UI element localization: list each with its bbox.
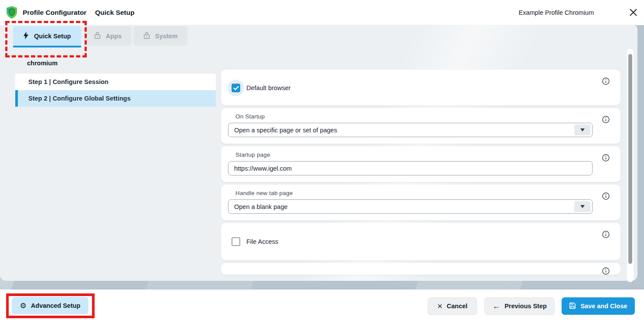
dropdown-caret-icon[interactable] bbox=[574, 201, 590, 212]
step-label: Step 1 | Configure Session bbox=[28, 78, 109, 85]
tab-quick-setup[interactable]: Quick Setup bbox=[13, 26, 81, 47]
step-item-1[interactable]: Step 1 | Configure Session bbox=[15, 74, 216, 90]
save-icon bbox=[569, 302, 576, 310]
step-label: Step 2 | Configure Global Settings bbox=[28, 95, 130, 102]
new-tab-page-label: Handle new tab page bbox=[235, 190, 293, 196]
setting-card-new-tab-page: Handle new tab page Open a blank page bbox=[221, 185, 620, 220]
profile-configurator-window: Profile Configurator Quick Setup Example… bbox=[0, 0, 644, 320]
setting-card-on-startup: On Startup Open a specific page or set o… bbox=[221, 108, 620, 144]
previous-step-label: Previous Step bbox=[504, 303, 547, 310]
lock-icon bbox=[143, 32, 150, 40]
step-item-2[interactable]: Step 2 | Configure Global Settings bbox=[15, 90, 216, 107]
new-tab-page-dropdown[interactable]: Open a blank page bbox=[228, 199, 593, 214]
dropdown-value: Open a specific page or set of pages bbox=[234, 127, 337, 134]
lightning-bolt-icon bbox=[23, 32, 29, 40]
cross-icon: × bbox=[437, 302, 443, 310]
titlebar: Profile Configurator Quick Setup Example… bbox=[0, 0, 644, 25]
tab-apps[interactable]: Apps bbox=[84, 26, 132, 46]
profile-name: Example Profile Chromium bbox=[519, 9, 594, 16]
content-panel: Quick Setup Apps bbox=[0, 25, 637, 281]
on-startup-label: On Startup bbox=[235, 113, 265, 120]
cancel-button[interactable]: × Cancel bbox=[428, 297, 477, 315]
dropdown-value: Open a blank page bbox=[234, 203, 288, 210]
scrollbar-track[interactable] bbox=[627, 49, 634, 282]
info-icon[interactable] bbox=[602, 154, 610, 162]
arrow-left-icon: ← bbox=[492, 302, 500, 310]
info-icon[interactable] bbox=[602, 231, 610, 238]
tab-system[interactable]: System bbox=[133, 26, 188, 46]
tab-bar: Quick Setup Apps bbox=[13, 26, 187, 47]
setting-card-partial bbox=[221, 263, 620, 275]
footer-bar: ⚙ Advanced Setup × Cancel ← Previous Ste… bbox=[0, 290, 644, 320]
info-icon[interactable] bbox=[602, 77, 610, 85]
advanced-setup-label: Advanced Setup bbox=[31, 302, 81, 309]
app-title: Profile Configurator bbox=[23, 9, 86, 17]
tab-label: Quick Setup bbox=[34, 33, 71, 40]
startup-page-input[interactable] bbox=[228, 161, 593, 175]
default-browser-label: Default browser bbox=[246, 84, 291, 91]
setting-card-default-browser: Default browser bbox=[221, 70, 620, 105]
tab-label: System bbox=[155, 33, 178, 40]
gear-icon: ⚙ bbox=[20, 302, 27, 310]
step-list: Step 1 | Configure Session Step 2 | Conf… bbox=[15, 74, 216, 107]
file-access-checkbox[interactable] bbox=[232, 237, 240, 246]
on-startup-dropdown[interactable]: Open a specific page or set of pages bbox=[228, 123, 593, 137]
advanced-setup-button[interactable]: ⚙ Advanced Setup bbox=[12, 297, 89, 314]
dropdown-caret-icon[interactable] bbox=[574, 125, 590, 135]
setting-card-startup-page: Startup page bbox=[221, 146, 620, 182]
tab-label: Apps bbox=[106, 33, 122, 40]
save-and-close-button[interactable]: Save and Close bbox=[562, 297, 635, 315]
save-and-close-label: Save and Close bbox=[580, 303, 627, 310]
page-title: Quick Setup bbox=[95, 9, 134, 17]
file-access-label: File Access bbox=[246, 238, 278, 245]
previous-step-button[interactable]: ← Previous Step bbox=[484, 297, 555, 315]
info-icon[interactable] bbox=[602, 192, 610, 200]
app-group-label: chromium bbox=[27, 60, 58, 67]
scrollbar-thumb[interactable] bbox=[628, 54, 632, 264]
info-icon[interactable] bbox=[602, 267, 610, 275]
lock-icon bbox=[94, 32, 101, 40]
cancel-label: Cancel bbox=[447, 303, 468, 310]
default-browser-checkbox[interactable] bbox=[232, 84, 240, 92]
settings-list: Default browser On Startup Open a specif… bbox=[221, 70, 620, 275]
close-icon[interactable] bbox=[626, 5, 641, 20]
startup-page-label: Startup page bbox=[235, 152, 270, 158]
setting-card-file-access: File Access bbox=[221, 223, 620, 260]
info-icon[interactable] bbox=[602, 116, 610, 123]
shield-logo-icon bbox=[5, 6, 18, 19]
